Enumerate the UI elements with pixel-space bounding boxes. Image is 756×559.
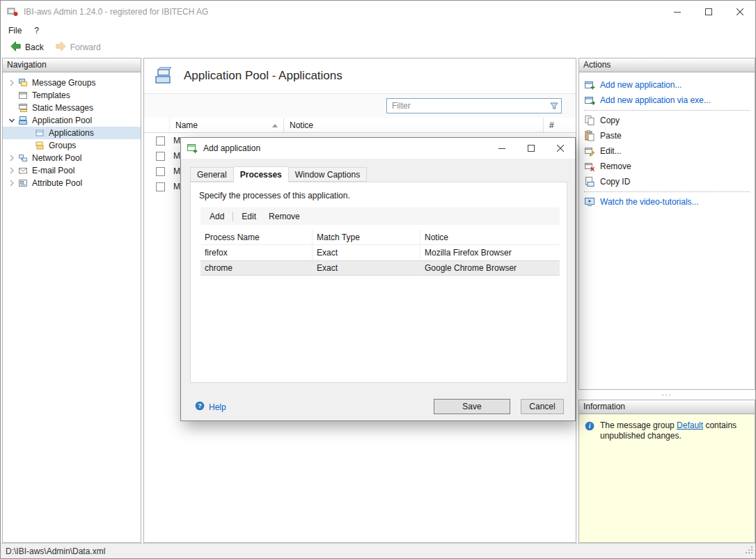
chevron-right-icon[interactable] — [6, 152, 17, 164]
back-arrow-icon — [10, 40, 22, 54]
app-icon — [7, 6, 18, 17]
copy-icon — [584, 115, 595, 126]
navigation-tree: Message Groups Templates Static Messages… — [3, 72, 141, 189]
static-messages-icon — [17, 102, 29, 113]
tab-processes[interactable]: Processes — [233, 166, 289, 182]
default-group-link[interactable]: Default — [677, 420, 703, 430]
applications-table-header: Name Notice # — [144, 118, 576, 133]
sidebar-item-label: Application Pool — [32, 116, 92, 125]
dialog-maximize-button[interactable] — [517, 138, 546, 159]
row-checkbox[interactable] — [156, 136, 165, 145]
add-application-dialog-icon — [187, 143, 198, 154]
dialog-tabs: General Processes Window Captions — [190, 166, 366, 182]
column-header-notice[interactable]: Notice — [283, 118, 543, 132]
column-header-process-name[interactable]: Process Name — [200, 230, 312, 244]
panel-splitter-handle[interactable]: ... — [578, 389, 755, 400]
minimize-button[interactable] — [661, 1, 693, 22]
forward-label: Forward — [70, 42, 101, 52]
process-edit-button[interactable]: Edit — [235, 210, 262, 223]
save-button[interactable]: Save — [434, 399, 510, 414]
watch-video-tutorials-link[interactable]: Watch the video-tutorials... — [579, 194, 755, 210]
paste-action[interactable]: Paste — [579, 128, 755, 143]
menu-help[interactable]: ? — [28, 22, 45, 38]
menubar: File ? — [1, 22, 755, 38]
copy-action[interactable]: Copy — [579, 113, 755, 128]
svg-text:i: i — [589, 423, 591, 430]
process-remove-button[interactable]: Remove — [262, 210, 306, 223]
checkbox-column-header — [144, 118, 169, 132]
filter-input[interactable] — [387, 101, 547, 111]
menu-file[interactable]: File — [2, 22, 28, 38]
chevron-right-icon[interactable] — [6, 178, 17, 189]
attribute-pool-icon — [17, 178, 29, 189]
process-row-firefox[interactable]: firefox Exact Mozilla Firefox Browser — [200, 245, 560, 260]
edit-action[interactable]: Edit... — [579, 143, 755, 159]
sidebar-item-message-groups[interactable]: Message Groups — [3, 77, 141, 89]
back-button[interactable]: Back — [5, 40, 49, 55]
dialog-title: Add application — [203, 143, 260, 153]
sidebar-item-email-pool[interactable]: E-mail Pool — [3, 164, 141, 177]
window-title: IBI-aws Admin 1.24.0 - registered for IB… — [24, 7, 208, 17]
maximize-button[interactable] — [693, 1, 724, 22]
dialog-close-button[interactable] — [546, 138, 575, 159]
email-pool-icon — [17, 165, 29, 176]
copy-id-action[interactable]: Copy ID — [579, 174, 755, 189]
row-checkbox[interactable] — [156, 152, 165, 161]
forward-button[interactable]: Forward — [50, 40, 106, 55]
chevron-down-icon[interactable] — [6, 115, 17, 126]
actions-panel: Actions Add new application... Add new a… — [578, 58, 755, 390]
network-pool-icon — [17, 152, 29, 164]
video-tutorials-icon — [584, 196, 595, 207]
sidebar-item-network-pool[interactable]: Network Pool — [3, 152, 141, 164]
back-label: Back — [25, 42, 44, 52]
add-new-application-via-exe-link[interactable]: Add new application via exe... — [579, 93, 755, 108]
process-row-chrome[interactable]: chrome Exact Google Chrome Browser — [200, 260, 560, 276]
filter-row — [144, 94, 576, 118]
edit-pencil-icon — [584, 145, 595, 157]
column-header-count[interactable]: # — [543, 118, 576, 132]
actions-divider — [584, 191, 750, 192]
titlebar: IBI-aws Admin 1.24.0 - registered for IB… — [1, 1, 755, 22]
applications-icon — [34, 127, 45, 139]
sidebar-item-label: Templates — [32, 90, 70, 100]
information-text: The message group — [600, 420, 677, 430]
sidebar-item-static-messages[interactable]: Static Messages — [3, 102, 141, 114]
row-checkbox[interactable] — [156, 182, 165, 191]
remove-icon — [584, 161, 595, 172]
column-header-match-type[interactable]: Match Type — [312, 230, 420, 244]
add-application-icon — [584, 79, 595, 90]
information-body: i The message group Default contains unp… — [579, 414, 755, 542]
help-link[interactable]: ? Help — [195, 401, 226, 413]
remove-action[interactable]: Remove — [579, 159, 755, 174]
cancel-button[interactable]: Cancel — [521, 399, 564, 414]
row-checkbox[interactable] — [156, 167, 165, 176]
process-add-button[interactable]: Add — [203, 210, 230, 223]
sidebar-item-attribute-pool[interactable]: Attribute Pool — [3, 177, 141, 189]
information-header: Information — [579, 400, 755, 414]
navigation-header: Navigation — [3, 58, 141, 72]
column-header-name[interactable]: Name — [169, 118, 283, 132]
resize-grip-icon[interactable] — [745, 546, 753, 556]
sidebar-item-application-pool[interactable]: Application Pool — [3, 114, 141, 127]
message-groups-icon — [17, 77, 29, 88]
column-header-notice[interactable]: Notice — [420, 230, 560, 244]
processes-description: Specify the processes of this applicatio… — [199, 191, 350, 200]
close-button[interactable] — [724, 1, 755, 22]
sidebar-item-templates[interactable]: Templates — [3, 89, 141, 102]
tab-general[interactable]: General — [190, 167, 234, 182]
content-header: Application Pool - Applications — [144, 58, 576, 94]
chevron-right-icon[interactable] — [6, 77, 17, 88]
page-title: Application Pool - Applications — [184, 69, 342, 83]
sidebar-item-applications[interactable]: Applications — [3, 127, 141, 139]
dialog-minimize-button[interactable] — [487, 138, 517, 159]
sidebar-item-label: Network Pool — [32, 153, 81, 163]
filter-funnel-icon[interactable] — [547, 101, 561, 111]
forward-arrow-icon — [55, 40, 67, 54]
application-pool-icon — [17, 115, 29, 126]
sidebar-item-label: E-mail Pool — [32, 166, 74, 175]
add-new-application-link[interactable]: Add new application... — [579, 77, 755, 93]
sidebar-item-groups[interactable]: Groups — [3, 139, 141, 152]
processes-table-header: Process Name Match Type Notice — [200, 230, 560, 245]
tab-window-captions[interactable]: Window Captions — [288, 167, 367, 182]
chevron-right-icon[interactable] — [6, 165, 17, 176]
